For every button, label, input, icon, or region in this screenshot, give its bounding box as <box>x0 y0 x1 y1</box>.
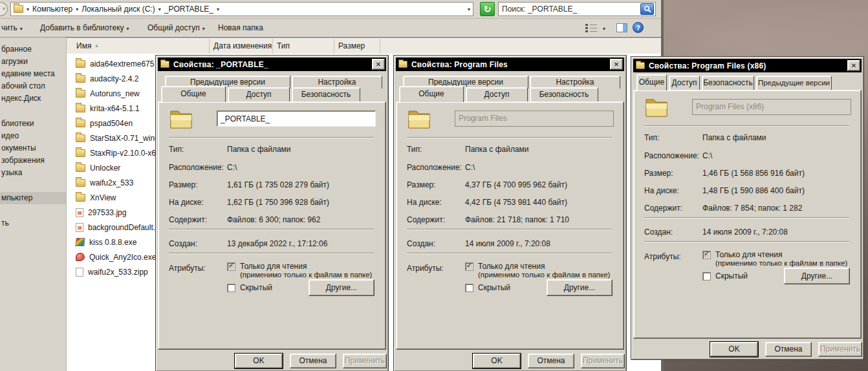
search-box[interactable] <box>498 2 656 16</box>
tab-general[interactable]: Общие <box>399 86 464 102</box>
tab-page-general: Тип: Папка с файлами Расположение: C:\ Р… <box>158 101 386 350</box>
other-attributes-button[interactable]: Другие... <box>547 279 613 296</box>
ok-button[interactable]: OK <box>235 354 283 368</box>
tab-general[interactable]: Общие <box>161 86 226 102</box>
folder-icon <box>76 179 85 187</box>
application-file-icon <box>75 238 85 246</box>
sort-asc-icon: ▲ <box>94 43 99 48</box>
ok-button[interactable]: OK <box>473 354 521 368</box>
close-icon[interactable]: ✕ <box>372 59 385 70</box>
attributes-label: Атрибуты: <box>644 252 681 261</box>
tab-security[interactable]: Безопасность <box>702 76 754 90</box>
image-file-icon <box>76 223 83 232</box>
folder-name-input[interactable] <box>217 111 376 127</box>
apply-button[interactable]: Применить <box>818 342 862 357</box>
views-dropdown-icon[interactable]: ▾ <box>603 26 605 32</box>
chevron-down-icon: ▾ <box>202 26 205 32</box>
dialog-title-bar[interactable]: Свойства: _PORTABLE_ ✕ <box>158 58 386 71</box>
column-header-type[interactable]: Тип <box>273 39 334 54</box>
preview-pane-icon[interactable] <box>616 23 627 32</box>
tab-sharing[interactable]: Доступ <box>466 87 528 101</box>
apply-button[interactable]: Применить <box>343 354 387 368</box>
field-value: 1,48 ГБ (1 590 886 400 байт) <box>702 186 805 195</box>
hidden-checkbox[interactable] <box>227 284 235 292</box>
tab-security[interactable]: Безопасность <box>292 87 360 101</box>
separator <box>407 137 612 138</box>
desktop: { "colors": { "face":"#d6d2c8", "title_b… <box>0 0 868 371</box>
hidden-checkbox[interactable] <box>702 272 711 281</box>
readonly-note: (применимо только к файлам в папке) <box>715 259 847 267</box>
readonly-checkbox[interactable]: ✓ <box>702 251 711 259</box>
apply-button[interactable]: Применить <box>581 354 625 368</box>
chevron-down-icon[interactable]: ▾ <box>217 6 219 12</box>
separator <box>644 241 849 242</box>
recent-pages-icon[interactable]: ▿ <box>0 2 8 16</box>
field-label: На диске: <box>169 198 204 207</box>
close-icon[interactable]: ✕ <box>610 59 623 70</box>
folder-icon <box>76 120 85 127</box>
column-header-size[interactable]: Размер <box>334 39 380 54</box>
search-input[interactable] <box>499 5 640 14</box>
tab-customize[interactable]: Настройка <box>530 76 620 89</box>
readonly-checkbox[interactable]: ✓ <box>465 262 473 271</box>
sidebar-item-pictures[interactable]: зображения <box>0 154 66 167</box>
other-attributes-button[interactable]: Другие... <box>784 268 850 284</box>
chevron-down-icon[interactable]: ▾ <box>27 6 29 12</box>
column-header-date[interactable]: Дата изменения <box>210 39 273 54</box>
readonly-note: (применимо только к файлам в папке) <box>240 271 372 279</box>
new-folder-button[interactable]: Новая папка <box>218 23 263 32</box>
field-label: Создан: <box>644 228 673 237</box>
field-value: C:\ <box>227 163 237 172</box>
search-icon[interactable] <box>640 3 654 15</box>
sidebar-item-favorites[interactable]: бранное <box>0 43 66 56</box>
tab-general[interactable]: Общие <box>636 74 667 90</box>
share-button[interactable]: Общий доступ▾ <box>147 23 205 32</box>
tab-customize[interactable]: Настройка <box>292 76 382 89</box>
sidebar-item-downloads[interactable]: агрузки <box>0 56 66 68</box>
refresh-icon[interactable]: ↻ <box>480 2 495 16</box>
sidebar-item-yandex-disk[interactable]: ндекс.Диск <box>0 92 66 105</box>
tab-sharing[interactable]: Доступ <box>228 87 290 101</box>
breadcrumb-portable[interactable]: _PORTABLE_ <box>164 5 213 14</box>
readonly-checkbox[interactable]: ✓ <box>227 262 235 271</box>
properties-dialog-program-files: Свойства: Program Files ✕ Предыдущие вер… <box>393 55 627 371</box>
sidebar-item-libraries[interactable]: блиотеки <box>0 118 66 130</box>
field-value: Папка с файлами <box>702 133 766 142</box>
cancel-button[interactable]: Отмена <box>290 354 336 368</box>
cancel-button[interactable]: Отмена <box>765 342 812 357</box>
chevron-down-icon[interactable]: ▾ <box>158 6 161 12</box>
sidebar-item-desktop[interactable]: абочий стол <box>0 80 66 92</box>
column-header-name[interactable]: Имя▲ <box>67 39 210 54</box>
dialog-title-bar[interactable]: Свойства: Program Files (x86) ✕ <box>633 59 862 72</box>
tab-security[interactable]: Безопасность <box>530 87 598 101</box>
close-icon[interactable]: ✕ <box>847 60 860 71</box>
add-to-library-button[interactable]: Добавить в библиотеку▾ <box>40 23 129 32</box>
breadcrumb-local-disk-c[interactable]: Локальный диск (C:) <box>81 5 155 14</box>
address-bar: ▿ ▾ Компьютер ▾ Локальный диск (C:) ▾ _P… <box>0 0 661 19</box>
address-dropdown-icon[interactable]: ▾ <box>468 6 470 12</box>
folder-icon <box>76 105 85 112</box>
sidebar-item-documents[interactable]: окументы <box>0 142 66 154</box>
field-label: Тип: <box>169 145 184 154</box>
address-field[interactable]: ▾ Компьютер ▾ Локальный диск (C:) ▾ _POR… <box>10 2 473 16</box>
ok-button[interactable]: OK <box>710 342 758 357</box>
hidden-checkbox[interactable] <box>465 284 473 292</box>
chevron-down-icon[interactable]: ▾ <box>76 6 78 12</box>
tab-sharing[interactable]: Доступ <box>669 76 700 90</box>
folder-icon <box>76 134 85 142</box>
sidebar-item-network[interactable]: ть <box>0 217 66 229</box>
sidebar-item-video[interactable]: идео <box>0 130 66 142</box>
sidebar-item-recent-places[interactable]: едавние места <box>0 68 66 80</box>
help-icon[interactable]: ? <box>633 22 644 33</box>
other-attributes-button[interactable]: Другие... <box>309 279 374 296</box>
organize-button[interactable]: чить▾ <box>1 23 23 32</box>
sidebar-item-computer[interactable]: мпьютер <box>0 192 66 204</box>
breadcrumb-computer[interactable]: Компьютер <box>32 5 72 14</box>
sidebar-item-music[interactable]: узыка <box>0 167 66 179</box>
views-icon[interactable] <box>585 23 597 32</box>
cancel-button[interactable]: Отмена <box>528 354 574 368</box>
tab-previous-versions[interactable]: Предыдущие версии <box>756 76 832 90</box>
separator <box>644 217 849 218</box>
folder-icon <box>76 194 85 202</box>
dialog-title-bar[interactable]: Свойства: Program Files ✕ <box>396 58 624 71</box>
